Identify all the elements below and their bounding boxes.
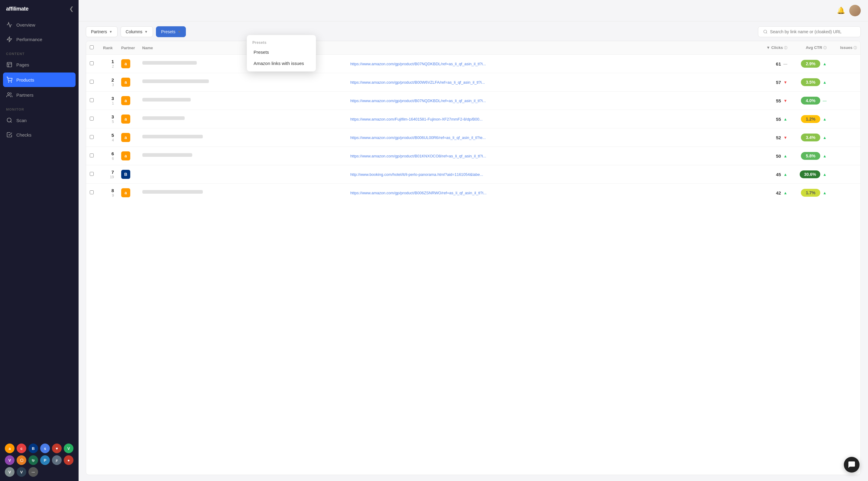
th-avg-ctr[interactable]: Avg CTR ⓘ	[791, 41, 830, 55]
row-clicks-cell: 57 ▼	[752, 73, 791, 92]
topbar-right: 🔔	[837, 5, 861, 16]
row-issues-cell	[830, 184, 861, 202]
sidebar-label-products: Products	[16, 77, 34, 83]
row-checkbox-cell	[86, 92, 99, 110]
search-input[interactable]	[770, 29, 856, 34]
presets-button[interactable]: Presets ▼	[156, 26, 186, 37]
partner-tp-icon[interactable]: tp	[28, 455, 38, 465]
partner-v2-icon[interactable]: V	[5, 455, 14, 465]
columns-button[interactable]: Columns ▼	[121, 26, 153, 37]
partner-shareasale-icon[interactable]: s	[40, 444, 50, 453]
table-row: 8 9 a https://www.amazon.com/gp/product/…	[86, 184, 861, 202]
sidebar-item-products[interactable]: Products	[3, 72, 75, 87]
partner-v1-icon[interactable]: V	[64, 444, 73, 453]
row-name-cell	[139, 128, 347, 147]
sidebar-label-partners: Partners	[16, 92, 34, 98]
clicks-trend-icon: —	[783, 62, 787, 66]
partner-red-circle-icon[interactable]: ●	[64, 455, 73, 465]
row-checkbox-cell	[86, 165, 99, 184]
partner-jr-icon[interactable]: jr	[52, 455, 62, 465]
row-checkbox-cell	[86, 55, 99, 73]
row-checkbox[interactable]	[90, 98, 94, 102]
row-rank-cell: 3 1	[99, 92, 118, 110]
row-url-link[interactable]: https://www.amazon.com/gp/product/B006UL…	[350, 135, 486, 140]
row-name-cell	[139, 110, 347, 128]
rank-current: 1	[112, 59, 114, 64]
partner-p-icon[interactable]: P	[40, 455, 50, 465]
partner-amazon-icon[interactable]: a	[5, 444, 14, 453]
row-url-cell: http://www.booking.com/hotel/it/il-perlo…	[347, 165, 752, 184]
row-issues-cell	[830, 165, 861, 184]
partner-badge: a	[121, 151, 130, 160]
th-clicks[interactable]: ▼ Clicks ⓘ	[752, 41, 791, 55]
row-url-link[interactable]: https://www.amazon.com/Fujifilm-16401581…	[350, 117, 483, 122]
ctr-trend-icon: —	[823, 98, 827, 103]
sidebar: affilimate ❮ Overview Performance CONTEN…	[0, 0, 79, 481]
sidebar-item-checks[interactable]: Checks	[0, 128, 79, 142]
row-url-link[interactable]: https://www.amazon.com/gp/product/B07NQD…	[350, 62, 486, 66]
rank-current: 2	[112, 77, 114, 83]
row-checkbox[interactable]	[90, 61, 94, 65]
rank-current: 3	[112, 114, 114, 119]
row-url-link[interactable]: https://www.amazon.com/gp/product/B00W6V…	[350, 80, 485, 85]
partner-badge: a	[121, 96, 130, 105]
row-name-cell	[139, 73, 347, 92]
svg-marker-0	[7, 37, 12, 42]
clicks-trend-icon: ▼	[783, 135, 787, 140]
partner-cj-icon[interactable]: c	[17, 444, 26, 453]
partner-grey-v-icon[interactable]: V	[5, 467, 14, 477]
row-rank-cell: 2 3	[99, 73, 118, 92]
sidebar-item-performance[interactable]: Performance	[0, 32, 79, 46]
dropdown-item-presets[interactable]: Presets	[248, 46, 315, 58]
th-issues[interactable]: Issues ⓘ	[830, 41, 861, 55]
sidebar-item-pages[interactable]: Pages	[0, 57, 79, 72]
ctr-trend-icon: ▲	[823, 80, 827, 85]
dropdown-item-amazon-issues[interactable]: Amazon links with issues	[248, 58, 315, 69]
row-issues-cell	[830, 55, 861, 73]
row-checkbox[interactable]	[90, 135, 94, 139]
partner-heart-icon[interactable]: ♥	[52, 444, 62, 453]
clicks-trend-icon: ▲	[783, 191, 787, 195]
svg-point-6	[7, 93, 10, 95]
sidebar-nav: Overview Performance CONTENT Pages Produ…	[0, 18, 79, 439]
row-url-link[interactable]: https://www.amazon.com/gp/product/B07NQD…	[350, 98, 486, 103]
row-ctr-cell: 3.4% ▲	[791, 128, 830, 147]
collapse-icon[interactable]: ❮	[69, 5, 74, 12]
th-checkbox	[86, 41, 99, 55]
clicks-value: 55	[776, 117, 781, 122]
select-all-checkbox[interactable]	[90, 45, 94, 49]
sidebar-item-scan[interactable]: Scan	[0, 113, 79, 128]
sidebar-item-overview[interactable]: Overview	[0, 18, 79, 32]
row-clicks-cell: 52 ▼	[752, 128, 791, 147]
row-checkbox[interactable]	[90, 117, 94, 121]
row-issues-cell	[830, 92, 861, 110]
ctr-badge: 3.5%	[801, 78, 820, 86]
partner-dark-v-icon[interactable]: V	[17, 467, 26, 477]
partner-more-icon[interactable]: ···	[28, 467, 38, 477]
partner-orange-icon[interactable]: ⬡	[17, 455, 26, 465]
ctr-trend-icon: ▲	[823, 62, 827, 66]
row-checkbox[interactable]	[90, 190, 94, 194]
chat-button[interactable]	[844, 457, 860, 473]
rank-current: 5	[112, 133, 114, 138]
svg-point-9	[764, 30, 767, 33]
clicks-trend-icon: ▲	[783, 154, 787, 158]
row-checkbox[interactable]	[90, 80, 94, 84]
row-url-link[interactable]: http://www.booking.com/hotel/it/il-perlo…	[350, 172, 483, 177]
row-checkbox[interactable]	[90, 172, 94, 176]
notifications-button[interactable]: 🔔	[837, 7, 845, 14]
row-url-link[interactable]: https://www.amazon.com/gp/product/B01KNX…	[350, 154, 486, 158]
partners-button[interactable]: Partners ▼	[86, 26, 118, 37]
svg-line-8	[10, 122, 12, 123]
checks-icon	[6, 131, 13, 138]
row-url-link[interactable]: https://www.amazon.com/gp/product/B006ZS…	[350, 191, 487, 195]
partners-icon	[6, 92, 13, 98]
avatar[interactable]	[849, 5, 861, 16]
row-checkbox[interactable]	[90, 154, 94, 157]
columns-chevron-icon: ▼	[145, 30, 148, 34]
clicks-trend-icon: ▲	[783, 117, 787, 122]
partner-booking-icon[interactable]: B	[28, 444, 38, 453]
clicks-value: 57	[776, 80, 781, 85]
table-row: 5 4 a https://www.amazon.com/gp/product/…	[86, 128, 861, 147]
sidebar-item-partners[interactable]: Partners	[0, 88, 79, 102]
